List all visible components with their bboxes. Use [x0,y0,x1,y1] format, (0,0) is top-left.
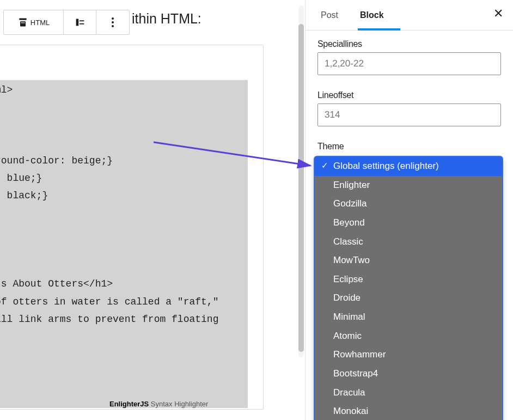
theme-option[interactable]: Enlighter [315,176,502,195]
sidebar-body: Speciallines Lineoffset Theme Global set… [306,31,513,160]
more-vertical-icon [112,17,114,27]
page-heading-partial: ithin HTML: [132,11,201,27]
close-sidebar-button[interactable]: ✕ [493,8,503,20]
speciallines-input[interactable] [317,52,501,75]
theme-option[interactable]: Godzilla [315,194,502,214]
theme-option[interactable]: Rowhammer [315,345,502,364]
settings-sidebar: Post Block ✕ Speciallines Lineoffset The… [305,0,513,420]
theme-option[interactable]: Eclipse [315,270,502,289]
align-icon [74,16,86,28]
block-type-button[interactable]: HTML [4,10,64,34]
speciallines-label: Speciallines [317,39,501,49]
sidebar-tabs: Post Block ✕ [306,0,513,31]
theme-option[interactable]: Bootstrap4 [315,364,502,384]
svg-rect-7 [80,23,84,25]
block-caption: EnlighterJS Syntax Highlighter [109,400,208,408]
svg-rect-3 [22,22,23,23]
svg-rect-1 [20,21,26,26]
tab-active-indicator [358,28,400,31]
tab-post[interactable]: Post [316,1,343,30]
svg-rect-2 [21,22,22,23]
theme-option[interactable]: Minimal [315,308,502,327]
svg-rect-6 [80,20,84,21]
theme-option[interactable]: Beyond [315,214,502,233]
theme-option[interactable]: Global settings (enlighter) [315,157,502,176]
editor-left-pane: HTML ithin HTML: ml> round-color: beige;… [0,0,305,420]
tab-block[interactable]: Block [356,1,388,30]
more-options-button[interactable] [96,10,129,34]
align-button[interactable] [64,10,96,34]
theme-option[interactable]: Atomic [315,327,502,346]
lineoffset-label: Lineoffset [317,90,501,100]
theme-option[interactable]: Classic [315,233,502,252]
theme-label: Theme [317,142,501,151]
scroll-thumb[interactable] [298,24,304,352]
svg-rect-5 [76,19,78,26]
html-block-icon [17,17,28,28]
code-block[interactable]: ml> round-color: beige;} : blue;} : blac… [0,80,248,408]
svg-rect-4 [23,22,25,23]
lineoffset-input[interactable] [317,104,501,126]
theme-option[interactable]: Monokai [315,402,502,420]
theme-option[interactable]: Dracula [315,384,502,403]
svg-rect-0 [19,19,26,20]
theme-option[interactable]: Droide [315,289,502,308]
block-type-label: HTML [30,19,50,27]
theme-option[interactable]: MowTwo [315,251,502,270]
block-toolbar: HTML [3,10,130,35]
editor-canvas[interactable]: ml> round-color: beige;} : blue;} : blac… [0,45,264,410]
theme-dropdown-list: Global settings (enlighter)EnlighterGodz… [314,156,503,420]
